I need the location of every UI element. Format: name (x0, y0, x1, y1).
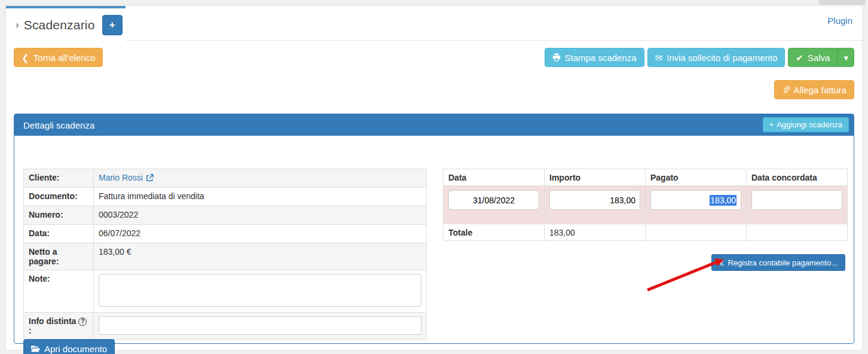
agreed-date-input[interactable] (751, 190, 842, 210)
open-document-button[interactable]: Apri documento (23, 339, 115, 354)
add-tab-button[interactable]: + (102, 15, 123, 35)
col-data-concordata: Data concordata (747, 169, 848, 186)
table-row: Cliente: Mario Rossi (24, 169, 427, 188)
print-schedule-button[interactable]: Stampa scadenza (545, 48, 644, 67)
total-value: 183,00 (545, 224, 646, 241)
documento-value: Fattura immediata di vendita (94, 188, 427, 206)
total-label: Totale (444, 224, 545, 241)
documento-label: Documento: (24, 188, 94, 206)
table-row: Netto a pagare: 183,00 € (24, 243, 427, 270)
attach-row: Allega fattura (774, 80, 854, 99)
register-payment-label: Registra contabile pagamento... (728, 258, 838, 267)
table-row: Info distinta ?: (24, 313, 427, 340)
col-data: Data (444, 169, 545, 186)
table-header-row: Data Importo Pagato Data concordata (444, 169, 848, 186)
netto-label: Netto a pagare: (24, 243, 94, 270)
content-card: › Scadenzario + Plugin ❮ Torna all'elenc… (6, 6, 862, 350)
installment-row: 183,00 (444, 186, 848, 224)
print-schedule-label: Stampa scadenza (565, 53, 637, 63)
customer-link[interactable]: Mario Rossi (99, 173, 154, 182)
chevron-left-icon: ❮ (22, 53, 29, 62)
panel-body: Cliente: Mario Rossi Documento: (14, 136, 854, 344)
save-dropdown-button[interactable]: ▾ (838, 48, 854, 67)
add-installment-label: Aggiungi scadenza (777, 120, 842, 129)
save-label: Salva (808, 53, 830, 63)
tab-bar: › Scadenzario + Plugin (6, 6, 862, 41)
info-distinta-input[interactable] (99, 316, 421, 335)
table-row: Data: 06/07/2022 (24, 225, 427, 243)
total-row: Totale 183,00 (444, 224, 848, 241)
register-payment-button[interactable]: € Registra contabile pagamento... (711, 254, 845, 271)
euro-icon: € (719, 259, 723, 267)
question-circle-icon: ? (78, 318, 87, 326)
paperclip-icon (782, 86, 790, 94)
table-row: Numero: 0003/2022 (24, 206, 427, 225)
panel-heading: Dettagli scadenza + Aggiungi scadenza (14, 114, 854, 136)
note-textarea[interactable] (99, 274, 421, 307)
check-icon: ✔ (796, 53, 803, 62)
open-document-label: Apri documento (44, 344, 107, 354)
toolbar-left: ❮ Torna all'elenco (14, 48, 103, 67)
document-details-table: Cliente: Mario Rossi Documento: (23, 169, 427, 340)
selected-text: 183,00 (710, 195, 736, 206)
toolbar-right: Stampa scadenza ✉ Invia sollecito di pag… (545, 48, 854, 67)
numero-label: Numero: (24, 206, 94, 225)
back-to-list-button[interactable]: ❮ Torna all'elenco (14, 48, 103, 67)
customer-name: Mario Rossi (99, 173, 143, 182)
tab-scadenzario[interactable]: › Scadenzario + (6, 6, 126, 41)
installment-amount-input[interactable] (549, 190, 640, 210)
data-value: 06/07/2022 (94, 225, 427, 243)
info-distinta-colon: : (29, 326, 32, 335)
table-row: Documento: Fattura immediata di vendita (24, 188, 427, 206)
caret-down-icon: ▾ (843, 53, 848, 62)
installments-table: Data Importo Pagato Data concordata 183,… (443, 169, 848, 241)
plugin-link[interactable]: Plugin (827, 16, 852, 26)
external-link-icon (146, 174, 154, 182)
save-button[interactable]: ✔ Salva (788, 48, 838, 67)
print-icon (552, 53, 561, 62)
back-to-list-label: Torna all'elenco (33, 53, 96, 63)
app-screen: › Scadenzario + Plugin ❮ Torna all'elenc… (0, 0, 868, 354)
panel-title: Dettagli scadenza (23, 120, 94, 130)
data-label: Data: (24, 225, 94, 243)
page-title: Scadenzario (24, 18, 95, 32)
plus-icon: + (109, 19, 115, 30)
send-payment-reminder-label: Invia sollecito di pagamento (667, 53, 777, 63)
schedule-details-panel: Dettagli scadenza + Aggiungi scadenza Cl… (14, 114, 854, 344)
attach-invoice-button[interactable]: Allega fattura (774, 80, 854, 99)
envelope-icon: ✉ (655, 53, 663, 62)
col-importo: Importo (545, 169, 646, 186)
col-pagato: Pagato (646, 169, 747, 186)
installment-date-input[interactable] (448, 190, 539, 210)
info-distinta-label: Info distinta (29, 316, 76, 326)
attach-invoice-label: Allega fattura (794, 85, 846, 95)
add-installment-button[interactable]: + Aggiungi scadenza (763, 117, 849, 132)
send-payment-reminder-button[interactable]: ✉ Invia sollecito di pagamento (647, 48, 786, 67)
installment-paid-input[interactable]: 183,00 (650, 190, 741, 210)
plus-icon: + (769, 121, 774, 129)
note-label: Note: (24, 270, 94, 313)
folder-open-icon (31, 345, 40, 353)
cliente-label: Cliente: (24, 169, 94, 188)
numero-value: 0003/2022 (94, 206, 427, 225)
top-edge-bar (819, 0, 866, 5)
chevron-right-icon: › (16, 19, 19, 31)
table-row: Note: (24, 270, 427, 313)
netto-value: 183,00 € (94, 243, 427, 270)
